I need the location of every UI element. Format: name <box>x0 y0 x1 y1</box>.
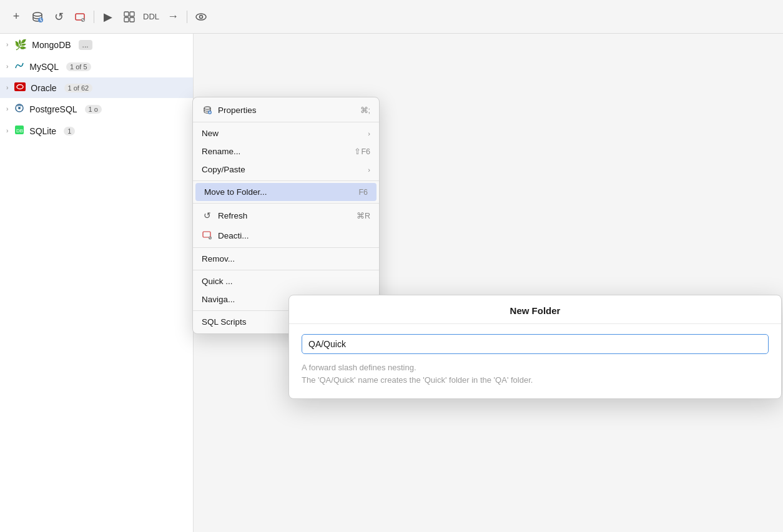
grid-icon[interactable] <box>122 9 137 24</box>
refresh-icon: ↺ <box>202 210 213 221</box>
add-icon[interactable]: + <box>9 9 24 24</box>
menu-item-quick-label: Quick ... <box>202 277 233 286</box>
menu-item-copypaste[interactable]: Copy/Paste › <box>193 160 379 179</box>
menu-item-remove-label: Remov... <box>202 254 235 264</box>
menu-item-deactivate-label: Deacti... <box>218 231 249 240</box>
sidebar-item-mongodb[interactable]: › 🌿 MongoDB ... <box>0 34 193 56</box>
new-folder-dialog: New Folder A forward slash defines nesti… <box>288 295 782 399</box>
svg-rect-8 <box>130 17 134 22</box>
menu-separator <box>193 122 379 122</box>
copypaste-arrow-icon: › <box>368 166 370 174</box>
menu-separator2 <box>193 180 379 181</box>
mysql-badge: 1 of 5 <box>66 62 91 71</box>
svg-rect-7 <box>124 17 129 22</box>
svg-text:DB: DB <box>16 128 23 134</box>
menu-item-refresh[interactable]: ↺ Refresh ⌘R <box>193 205 379 225</box>
run-icon[interactable]: ▶ <box>101 9 116 24</box>
menu-item-copypaste-label: Copy/Paste <box>202 165 245 174</box>
svg-point-14 <box>18 107 21 109</box>
menu-item-rename-label: Rename... <box>202 147 240 156</box>
sidebar-item-label: PostgreSQL <box>29 104 77 114</box>
sidebar-item-label: SQLite <box>29 126 56 136</box>
menu-item-rename[interactable]: Rename... ⇧F6 <box>193 142 379 160</box>
menu-item-new-label: New <box>202 129 219 138</box>
sidebar: › 🌿 MongoDB ... › MySQL 1 of 5 › Oracle … <box>0 34 194 532</box>
rename-shortcut: ⇧F6 <box>354 147 370 156</box>
svg-point-17 <box>204 107 210 109</box>
properties-shortcut: ⌘; <box>360 106 370 115</box>
sidebar-item-oracle[interactable]: › Oracle 1 of 62 <box>0 77 193 98</box>
move-shortcut: F6 <box>358 188 368 197</box>
menu-separator3 <box>193 203 379 204</box>
refresh-icon[interactable]: ↺ <box>51 9 66 24</box>
sidebar-item-sqlite[interactable]: › DB SQLite 1 <box>0 120 193 142</box>
sidebar-item-postgresql[interactable]: › PostgreSQL 1 o <box>0 98 193 120</box>
deactivate-icon <box>202 230 213 241</box>
chevron-icon: › <box>6 41 8 48</box>
menu-item-properties[interactable]: Properties ⌘; <box>193 100 379 120</box>
mongodb-more-button[interactable]: ... <box>79 40 92 50</box>
menu-item-new[interactable]: New › <box>193 124 379 142</box>
hint-line1: A forward slash defines nesting. <box>302 363 416 372</box>
menu-item-navigate-label: Naviga... <box>202 295 235 304</box>
menu-item-move-label: Move to Folder... <box>204 187 267 197</box>
menu-separator4 <box>193 247 379 248</box>
menu-item-remove[interactable]: Remov... <box>193 250 379 268</box>
svg-rect-5 <box>124 12 129 16</box>
hint-line2: The 'QA/Quick' name creates the 'Quick' … <box>302 375 533 385</box>
sidebar-item-label: Oracle <box>31 83 56 93</box>
menu-item-deactivate[interactable]: Deacti... <box>193 225 379 245</box>
settings-icon[interactable] <box>30 9 45 24</box>
new-arrow-icon: › <box>368 130 370 137</box>
view-icon[interactable] <box>194 9 209 24</box>
svg-point-10 <box>200 15 203 18</box>
dialog-hint: A forward slash defines nesting. The 'QA… <box>302 362 769 386</box>
toolbar-divider2 <box>187 11 187 23</box>
chevron-icon: › <box>6 106 8 112</box>
dialog-body: A forward slash defines nesting. The 'QA… <box>289 324 781 398</box>
svg-point-0 <box>33 12 42 16</box>
postgresql-badge: 1 o <box>85 105 102 114</box>
postgresql-icon <box>14 103 24 115</box>
refresh-shortcut: ⌘R <box>357 211 370 220</box>
oracle-badge: 1 of 62 <box>64 84 93 92</box>
sqlite-badge: 1 <box>64 127 75 135</box>
toolbar-divider <box>94 11 94 23</box>
mysql-icon <box>14 61 24 72</box>
folder-name-input[interactable] <box>302 334 769 354</box>
sidebar-item-label: MongoDB <box>32 40 71 50</box>
deactivate-icon[interactable] <box>72 9 87 24</box>
dialog-title: New Folder <box>289 295 781 324</box>
svg-rect-6 <box>130 12 134 16</box>
svg-point-9 <box>196 14 206 20</box>
svg-rect-11 <box>14 82 26 91</box>
menu-item-properties-label: Properties <box>218 106 257 115</box>
mongodb-icon: 🌿 <box>14 39 27 51</box>
menu-item-sql-scripts-label: SQL Scripts <box>202 317 247 327</box>
menu-separator5 <box>193 270 379 270</box>
chevron-icon: › <box>6 127 8 134</box>
menu-item-quick[interactable]: Quick ... <box>193 272 379 290</box>
arrow-right-icon: → <box>165 9 180 24</box>
oracle-icon <box>14 82 26 93</box>
chevron-icon: › <box>6 63 8 70</box>
menu-item-move-to-folder[interactable]: Move to Folder... F6 <box>195 183 377 201</box>
sidebar-item-label: MySQL <box>29 62 59 72</box>
svg-rect-21 <box>203 232 210 237</box>
properties-icon <box>202 104 213 116</box>
ddl-label[interactable]: DDL <box>143 12 159 21</box>
menu-item-refresh-label: Refresh <box>218 211 247 220</box>
sqlite-icon: DB <box>14 125 24 137</box>
toolbar: + ↺ ▶ DDL → <box>0 0 783 34</box>
sidebar-item-mysql[interactable]: › MySQL 1 of 5 <box>0 56 193 77</box>
chevron-icon: › <box>6 84 8 91</box>
